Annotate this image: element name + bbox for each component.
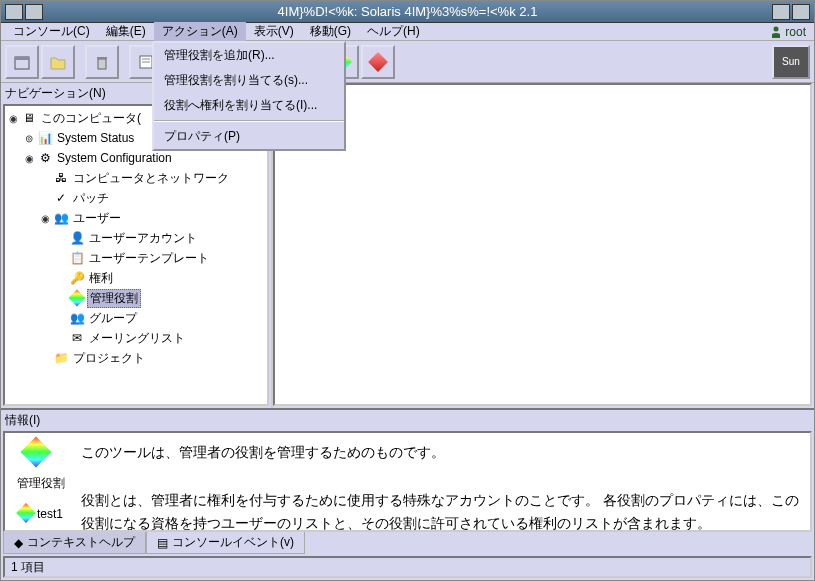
tree-icon: 👤	[69, 230, 85, 246]
tree-node[interactable]: ◉⚙System Configuration	[7, 148, 265, 168]
menu-console[interactable]: コンソール(C)	[5, 22, 98, 41]
info-text: このツールは、管理者の役割を管理するためのものです。 役割とは、管理者に権利を付…	[81, 441, 802, 522]
info-role-icon	[25, 441, 57, 473]
tree-icon: 🔑	[69, 270, 85, 286]
tree-node[interactable]: 🔑権利	[7, 268, 265, 288]
tree-label[interactable]: 管理役割	[87, 289, 141, 308]
tree-handle[interactable]: ⊚	[23, 133, 35, 144]
toolbar-delete[interactable]	[85, 45, 119, 79]
info-item-icon	[19, 506, 35, 522]
user-indicator[interactable]: root	[765, 25, 810, 39]
tree-icon: 👥	[69, 310, 85, 326]
toolbar-role-action[interactable]	[361, 45, 395, 79]
tree-icon: 👥	[53, 210, 69, 226]
menu-view[interactable]: 表示(V)	[246, 22, 302, 41]
maximize-button[interactable]	[792, 4, 810, 20]
tree-label[interactable]: メーリングリスト	[87, 330, 187, 347]
status-text: 1 項目	[11, 559, 45, 576]
tree-node[interactable]: 🖧コンピュータとネットワーク	[7, 168, 265, 188]
info-role-title: 管理役割	[17, 475, 65, 492]
tree-label[interactable]: System Status	[55, 131, 136, 145]
tree-label[interactable]: パッチ	[71, 190, 111, 207]
diamond-red-icon	[368, 52, 388, 72]
sun-logo: Sun	[772, 45, 810, 79]
info-label: 情報(I)	[1, 410, 814, 431]
svg-rect-2	[15, 57, 29, 60]
tree-node[interactable]: 📁プロジェクト	[7, 348, 265, 368]
menu-action[interactable]: アクション(A)	[154, 22, 246, 41]
titlebar: 4IM}%D!<%k: Solaris 4IM}%3%s%=!<%k 2.1	[1, 1, 814, 23]
user-label: root	[785, 25, 806, 39]
status-bar: 1 項目	[3, 556, 812, 578]
dropdown-assign-rights[interactable]: 役割へ権利を割り当てる(I)...	[154, 93, 344, 118]
tree-icon: 📁	[53, 350, 69, 366]
window-title: 4IM}%D!<%k: Solaris 4IM}%3%s%=!<%k 2.1	[45, 4, 770, 19]
menu-help[interactable]: ヘルプ(H)	[359, 22, 428, 41]
tree-icon: ✉	[69, 330, 85, 346]
tree-icon: 🖥	[21, 110, 37, 126]
tree-node[interactable]: 管理役割	[7, 288, 265, 308]
tree-label[interactable]: System Configuration	[55, 151, 174, 165]
dropdown-add-role[interactable]: 管理役割を追加(R)...	[154, 43, 344, 68]
info-box: 管理役割 test1 このツールは、管理者の役割を管理するためのものです。 役割…	[3, 431, 812, 532]
toolbar-new-window[interactable]	[5, 45, 39, 79]
info-item-label: test1	[37, 507, 63, 521]
tab-context-help[interactable]: ◆ コンテキストヘルプ	[3, 532, 146, 554]
tree-node[interactable]: ◉👥ユーザー	[7, 208, 265, 228]
tree-label[interactable]: コンピュータとネットワーク	[71, 170, 231, 187]
dropdown-assign-role[interactable]: 管理役割を割り当てる(s)...	[154, 68, 344, 93]
tab-console-events[interactable]: ▤ コンソールイベント(v)	[146, 532, 305, 554]
window-menu-button[interactable]	[5, 4, 23, 20]
svg-point-0	[774, 26, 779, 31]
tree-label[interactable]: グループ	[87, 310, 139, 327]
tree-node[interactable]: 👤ユーザーアカウント	[7, 228, 265, 248]
menu-edit[interactable]: 編集(E)	[98, 22, 154, 41]
window-pin-button[interactable]	[25, 4, 43, 20]
tree-handle[interactable]: ◉	[39, 213, 51, 224]
menu-move[interactable]: 移動(G)	[302, 22, 359, 41]
dropdown-properties[interactable]: プロパティ(P)	[154, 124, 344, 149]
tree-label[interactable]: ユーザーテンプレート	[87, 250, 211, 267]
info-panel: 情報(I) 管理役割 test1 このツールは、管理者の役割を管理するためのもの…	[1, 408, 814, 554]
tree-icon: 📊	[37, 130, 53, 146]
tree-node[interactable]: 📋ユーザーテンプレート	[7, 248, 265, 268]
menubar: コンソール(C) 編集(E) アクション(A) 表示(V) 移動(G) ヘルプ(…	[1, 23, 814, 41]
tree-handle[interactable]: ◉	[23, 153, 35, 164]
action-dropdown: 管理役割を追加(R)... 管理役割を割り当てる(s)... 役割へ権利を割り当…	[152, 41, 346, 151]
dropdown-separator	[154, 120, 344, 122]
user-icon	[769, 25, 783, 39]
tree-icon	[69, 290, 85, 306]
tree-icon: ⚙	[37, 150, 53, 166]
content-area[interactable]: test1	[273, 83, 812, 406]
help-icon: ◆	[14, 536, 23, 550]
tree-icon: 📋	[69, 250, 85, 266]
svg-rect-3	[98, 59, 106, 69]
tree-label[interactable]: ユーザーアカウント	[87, 230, 199, 247]
tree-handle[interactable]: ◉	[7, 113, 19, 124]
tree-node[interactable]: 👥グループ	[7, 308, 265, 328]
tree-label[interactable]: プロジェクト	[71, 350, 147, 367]
minimize-button[interactable]	[772, 4, 790, 20]
tree-icon: 🖧	[53, 170, 69, 186]
list-icon: ▤	[157, 536, 168, 550]
svg-rect-4	[97, 57, 107, 59]
tree-label[interactable]: このコンピュータ(	[39, 110, 143, 127]
tree-node[interactable]: ✓パッチ	[7, 188, 265, 208]
toolbar-open[interactable]	[41, 45, 75, 79]
tree-label[interactable]: 権利	[87, 270, 115, 287]
tree-label[interactable]: ユーザー	[71, 210, 123, 227]
toolbar: Sun	[1, 41, 814, 83]
tree-node[interactable]: ✉メーリングリスト	[7, 328, 265, 348]
info-tabs: ◆ コンテキストヘルプ ▤ コンソールイベント(v)	[1, 532, 814, 554]
tree-icon: ✓	[53, 190, 69, 206]
